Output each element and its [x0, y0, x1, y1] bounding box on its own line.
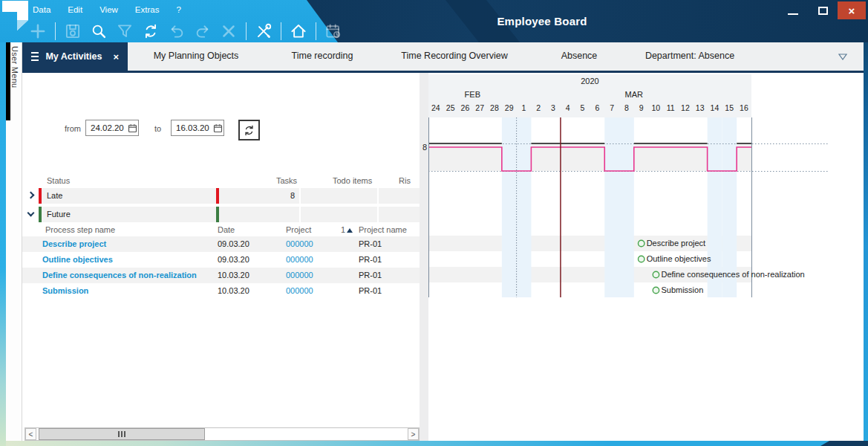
gantt-day-label: 10	[648, 103, 663, 117]
milestone-icon[interactable]	[638, 240, 644, 246]
row-background	[39, 207, 420, 222]
col-status[interactable]: Status	[47, 176, 70, 185]
gantt-month-mar: MAR	[517, 90, 751, 99]
tab-time-recording-overview[interactable]: Time Recording Overview	[380, 42, 529, 71]
undo-icon	[167, 22, 186, 41]
col-project[interactable]: Project	[286, 225, 311, 234]
add-button	[27, 21, 49, 42]
close-button[interactable]: ×	[838, 1, 866, 19]
gantt-day-label: 27	[472, 103, 487, 117]
milestone-label: Define consequences of non-realization	[661, 270, 804, 279]
capacity-axis-label: 8	[420, 143, 427, 152]
table-row[interactable]: Submission10.03.20000000PR-01	[22, 283, 420, 299]
menu-item-[interactable]: ?	[176, 5, 180, 14]
window-border-bottom	[6, 441, 868, 446]
calendar-icon	[324, 22, 343, 41]
delete-icon	[219, 22, 238, 41]
collapse-chevron-icon[interactable]	[27, 210, 35, 217]
toolbar-separator	[316, 22, 316, 40]
menu-item-view[interactable]: View	[99, 5, 118, 14]
milestone-icon[interactable]	[653, 287, 659, 293]
date-cell: 10.03.20	[218, 286, 249, 295]
home-icon	[289, 22, 308, 41]
sort-order: 1	[341, 225, 345, 234]
project-name-cell: PR-01	[359, 286, 382, 295]
project-link[interactable]: 000000	[286, 286, 313, 295]
milestone-label: Submission	[661, 285, 703, 294]
tab-my-activities[interactable]: My Activities×	[22, 42, 128, 71]
user-menu-label: User Menu	[10, 46, 19, 88]
user-menu-strip[interactable]: User Menu	[6, 42, 22, 441]
toolbar-separator	[246, 22, 247, 40]
menu-item-data[interactable]: Data	[33, 5, 50, 14]
hamburger-icon[interactable]	[31, 52, 39, 61]
calendar-small-icon	[128, 123, 137, 133]
maximize-icon	[818, 7, 828, 15]
menu-item-edit[interactable]: Edit	[68, 5, 82, 14]
tools-button[interactable]	[252, 21, 275, 42]
milestone-label: Describe project	[647, 239, 705, 248]
reload-dates-button[interactable]	[238, 120, 260, 140]
workload-fill	[737, 144, 751, 171]
date-cell: 10.03.20	[218, 271, 249, 279]
col-todo-items[interactable]: Todo items	[333, 176, 372, 185]
process-step-link[interactable]: Submission	[42, 286, 88, 295]
maximize-button[interactable]	[808, 1, 838, 19]
gantt-day-label: 16	[737, 103, 751, 117]
home-button[interactable]	[287, 21, 310, 42]
cell-separator	[377, 207, 379, 222]
sort-indicator[interactable]: 1	[341, 225, 353, 234]
project-link[interactable]: 000000	[286, 271, 313, 279]
project-link[interactable]: 000000	[286, 239, 313, 248]
tab-time-recording[interactable]: Time recording	[264, 42, 380, 71]
tab-absence[interactable]: Absence	[529, 42, 630, 71]
subheader-row: Process step name Date Project 1 Project…	[22, 224, 420, 236]
milestone-icon[interactable]	[638, 256, 644, 262]
gantt-day-label: 3	[546, 103, 561, 117]
minimize-button[interactable]	[778, 1, 808, 19]
scroll-right-button[interactable]: >	[408, 428, 419, 440]
save-button	[62, 21, 84, 42]
gantt-day-label: 15	[722, 103, 737, 117]
toolbar-separator	[55, 22, 56, 40]
table-row[interactable]: Define consequences of non-realization10…	[22, 268, 420, 283]
expand-chevron-icon[interactable]	[27, 192, 35, 199]
refresh-button[interactable]	[140, 21, 162, 42]
group-row-late[interactable]: Late 8	[22, 188, 420, 204]
col-date[interactable]: Date	[218, 225, 235, 234]
scrollbar-thumb[interactable]	[39, 428, 205, 440]
milestone-label: Outline objectives	[647, 254, 711, 263]
gantt-day-label: 24	[428, 103, 443, 117]
table-row[interactable]: Describe project09.03.20000000PR-01	[22, 236, 420, 252]
table-row[interactable]: Outline objectives09.03.20000000PR-01	[22, 252, 420, 268]
gantt-day-label: 13	[693, 103, 708, 117]
process-step-link[interactable]: Describe project	[42, 239, 106, 248]
redo-button	[192, 21, 214, 42]
tab-my-planning-objects[interactable]: My Planning Objects	[128, 42, 264, 71]
window-title: Employee Board	[431, 15, 653, 28]
cell-separator	[377, 188, 379, 204]
milestone-icon[interactable]	[653, 271, 659, 277]
toolbar-separator	[281, 22, 281, 40]
group-row-future[interactable]: Future	[22, 207, 420, 222]
scroll-left-button[interactable]: <	[25, 428, 36, 440]
horizontal-scrollbar[interactable]: < >	[25, 427, 420, 441]
cell-separator	[299, 188, 301, 204]
col-project-name[interactable]: Project name	[359, 225, 407, 234]
tab-label: My Activities	[45, 43, 102, 71]
workload-fill	[634, 144, 708, 171]
project-link[interactable]: 000000	[286, 255, 313, 264]
gantt-timeline-header: 2020 FEBMAR 2425262728291234567891011121…	[428, 74, 751, 117]
process-step-link[interactable]: Outline objectives	[42, 255, 113, 264]
tab-list-dropdown[interactable]	[838, 42, 864, 71]
date-cell: 09.03.20	[218, 255, 249, 264]
menu-item-extras[interactable]: Extras	[135, 5, 160, 14]
panel-splitter[interactable]	[420, 73, 428, 441]
process-step-link[interactable]: Define consequences of non-realization	[42, 271, 197, 279]
tab-department-absence[interactable]: Department: Absence	[630, 42, 750, 71]
col-tasks[interactable]: Tasks	[276, 176, 297, 185]
col-process-step-name[interactable]: Process step name	[45, 225, 115, 234]
tab-close-icon[interactable]: ×	[113, 43, 119, 71]
col-risk[interactable]: Ris	[399, 176, 411, 185]
search-button[interactable]	[88, 21, 110, 42]
